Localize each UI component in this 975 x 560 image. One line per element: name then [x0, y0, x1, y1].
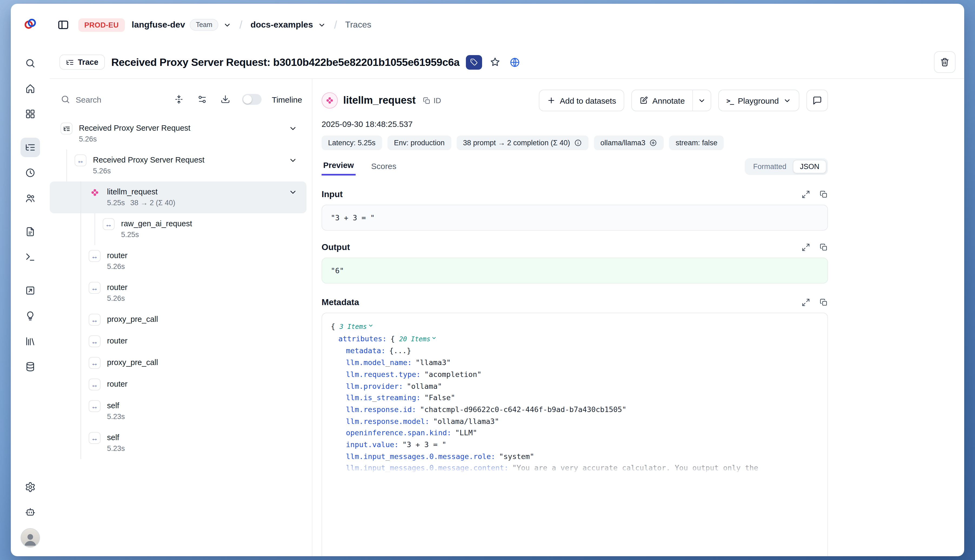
delete-trace-button[interactable]: [934, 51, 955, 73]
datasets-icon[interactable]: [20, 357, 40, 377]
attribute-badge[interactable]: 38 prompt → 2 completion (Σ 40): [457, 135, 588, 150]
library-icon[interactable]: [20, 332, 40, 351]
observation-duration: 5.26s: [107, 294, 125, 302]
observation-name: router: [107, 335, 127, 346]
tab[interactable]: Scores: [370, 158, 398, 175]
view-options-icon[interactable]: [197, 95, 207, 104]
chevron-down-icon[interactable]: [289, 188, 297, 197]
span-type-icon: ↔: [89, 314, 100, 326]
public-link-button[interactable]: [508, 55, 522, 69]
observation-meta: 5.23s: [107, 412, 125, 422]
tree-row[interactable]: ↔ router 5.26s: [50, 245, 306, 277]
attribute-badge[interactable]: ollama/llama3: [594, 135, 664, 150]
json-key[interactable]: llm.response.model:: [346, 417, 430, 425]
observation-name: proxy_pre_call: [107, 357, 158, 368]
json-key[interactable]: openinference.span.kind:: [346, 428, 451, 437]
attribute-badge[interactable]: Latency: 5.25s: [321, 135, 382, 150]
add-to-datasets-button[interactable]: Add to datasets: [539, 90, 624, 111]
tree-row[interactable]: ↔ self 5.23s: [50, 427, 306, 459]
expand-icon[interactable]: [801, 298, 810, 307]
annotate-button[interactable]: Annotate: [632, 90, 692, 111]
prompts-icon[interactable]: [20, 222, 40, 242]
dashboards-icon[interactable]: [20, 104, 40, 124]
tags-button[interactable]: [466, 55, 482, 69]
format-toggle-option[interactable]: JSON: [793, 160, 826, 173]
json-key[interactable]: attributes:: [338, 334, 387, 343]
tree-row[interactable]: ↔ self 5.23s: [50, 395, 306, 427]
format-toggle-option[interactable]: Formatted: [747, 160, 793, 173]
annotate-options-chevron[interactable]: [692, 90, 711, 111]
support-bot-icon[interactable]: [20, 503, 40, 522]
json-key[interactable]: llm.provider:: [346, 382, 403, 390]
copy-icon[interactable]: [819, 190, 828, 199]
metadata-json-line: input.value:"3 + 3 = ": [331, 439, 819, 451]
copy-id-button[interactable]: ID: [423, 96, 441, 105]
tree-row[interactable]: ↔ raw_gen_ai_request 5.25s: [50, 213, 306, 245]
annotate-split-button[interactable]: Annotate: [631, 90, 711, 111]
json-key[interactable]: llm.model_name:: [346, 358, 412, 367]
attribute-badge[interactable]: stream: false: [669, 135, 724, 150]
tree-row[interactable]: Received Proxy Server Request 5.26s: [50, 118, 306, 150]
tree-row[interactable]: litellm_request 5.25s38 → 2 (Σ 40): [50, 182, 306, 213]
breadcrumb-separator: /: [239, 18, 242, 31]
users-icon[interactable]: [20, 188, 40, 208]
json-key[interactable]: llm.request.type:: [346, 370, 420, 378]
tree-row[interactable]: ↔ router: [50, 374, 306, 395]
sessions-icon[interactable]: [20, 163, 40, 183]
user-avatar[interactable]: [20, 528, 40, 548]
bookmark-star-button[interactable]: [489, 56, 502, 68]
expand-icon[interactable]: [801, 243, 810, 252]
timeline-toggle[interactable]: [242, 94, 262, 105]
json-open-brace: {: [390, 334, 395, 343]
json-value: "LLM": [455, 428, 477, 437]
tree-structure-icon: [66, 58, 74, 66]
observation-duration: 5.26s: [79, 135, 97, 143]
tree-row[interactable]: ↔ proxy_pre_call: [50, 309, 306, 330]
chevron-down-icon[interactable]: [289, 124, 297, 133]
chevron-down-icon[interactable]: [289, 156, 297, 165]
project-name: docs-examples: [251, 20, 313, 30]
observation-duration: 5.23s: [107, 413, 125, 421]
span-type-icon: ↔: [75, 155, 87, 166]
copy-icon[interactable]: [819, 243, 828, 252]
playground-button[interactable]: >_ Playground: [718, 90, 799, 111]
observation-detail-panel: litellm_request ID Add to datasets: [313, 79, 964, 556]
search-input[interactable]: [76, 95, 139, 104]
json-key[interactable]: llm.is_streaming:: [346, 393, 420, 402]
json-open-brace: {: [331, 322, 335, 330]
json-key[interactable]: llm.response.id:: [346, 405, 416, 414]
expand-icon[interactable]: [801, 190, 810, 199]
home-icon[interactable]: [20, 79, 40, 98]
playground-icon[interactable]: [20, 247, 40, 267]
tree-row[interactable]: ↔ router 5.26s: [50, 277, 306, 309]
json-key[interactable]: input.value:: [346, 440, 399, 449]
observation-duration: 5.26s: [107, 262, 125, 270]
comments-button[interactable]: [806, 90, 828, 111]
json-key[interactable]: metadata:: [346, 347, 385, 355]
copy-icon[interactable]: [819, 298, 828, 307]
langfuse-logo-icon[interactable]: [23, 17, 37, 33]
collapse-observations-icon[interactable]: [174, 95, 184, 104]
tree-row[interactable]: ↔ router: [50, 330, 306, 352]
items-chevron-icon[interactable]: [368, 323, 373, 328]
tree-row[interactable]: ↔ Received Proxy Server Request 5.26s: [50, 150, 306, 182]
attribute-badge[interactable]: Env: production: [388, 135, 451, 150]
evaluation-icon[interactable]: [20, 281, 40, 300]
metadata-json-line: {3 Items: [331, 321, 819, 333]
org-switcher[interactable]: langfuse-dev Team: [132, 19, 231, 31]
download-icon[interactable]: [221, 95, 230, 104]
tracing-icon[interactable]: [20, 138, 40, 157]
generation-type-icon: [321, 92, 338, 108]
insights-icon[interactable]: [20, 306, 40, 326]
items-chevron-icon[interactable]: [431, 335, 437, 340]
sidebar-toggle-icon[interactable]: [55, 17, 71, 33]
tab[interactable]: Preview: [321, 157, 355, 175]
info-icon[interactable]: [574, 139, 582, 147]
project-switcher[interactable]: docs-examples: [251, 20, 326, 30]
settings-icon[interactable]: [20, 477, 40, 497]
circle-plus-icon[interactable]: [649, 139, 657, 147]
tree-row[interactable]: ↔ proxy_pre_call: [50, 352, 306, 374]
breadcrumb-section[interactable]: Traces: [345, 20, 371, 30]
environment-badge[interactable]: PROD-EU: [79, 18, 125, 32]
search-icon[interactable]: [20, 53, 40, 73]
